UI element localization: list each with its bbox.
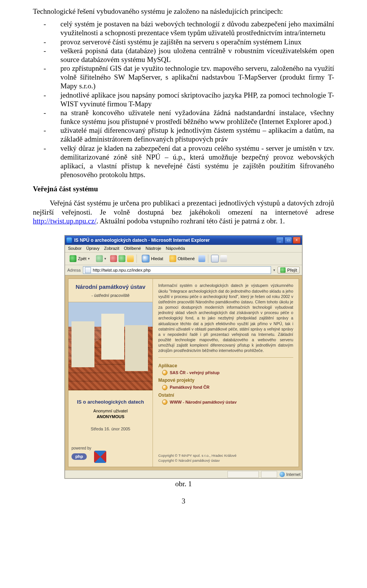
menu-nastroje[interactable]: Nástroje	[146, 246, 161, 251]
go-label: Přejít	[287, 268, 297, 273]
link-pamatkovy-fond-text[interactable]: Památkový fond ČR	[170, 385, 209, 390]
link-www-npu[interactable]: WWW - Národní památkový ústav	[158, 398, 293, 406]
back-icon	[70, 255, 76, 262]
main-panel: Informační systém o archeologických date…	[153, 279, 299, 467]
go-icon	[280, 267, 286, 273]
org-title: Národní památkový ústav	[68, 279, 153, 293]
search-label: Hledat	[151, 256, 163, 261]
status-zone-text: Internet	[286, 472, 300, 477]
chevron-down-icon: ▾	[104, 257, 106, 261]
status-cell	[227, 471, 259, 478]
history-icon[interactable]	[198, 255, 205, 262]
powered-label: powered by	[71, 446, 91, 450]
copyright-line-1: Copyright © T-MAPY spol. s r.o., Hradec …	[158, 453, 293, 458]
sidebar: Národní památkový ústav - ústřední praco…	[68, 279, 153, 467]
divider	[158, 357, 293, 358]
anon-username: ANONYMOUS	[68, 414, 153, 420]
section-mapove-projekty: Mapové projekty	[158, 378, 293, 383]
forward-button[interactable]: ▾	[94, 254, 109, 263]
list-item: pro zpřístupnění GIS dat je využito tech…	[51, 64, 334, 91]
list-item: jednotlivé aplikace jsou napsány pomocí …	[51, 91, 334, 108]
list-item: celý systém je postaven na bázi webových…	[51, 20, 334, 37]
intro-paragraph: Technologické řešení vybudovaného systém…	[33, 7, 334, 16]
info-icon	[162, 399, 167, 405]
powered-by: powered by php	[68, 438, 153, 467]
home-icon[interactable]	[127, 255, 134, 262]
list-item: uživatelé mají diferencovaný přístup k j…	[51, 126, 334, 143]
section-text-post: . Aktuální podoba vstupního rozhraní tét…	[96, 217, 285, 225]
window-titlebar[interactable]: IS NPÚ o archeologických datech - Micros…	[65, 236, 302, 245]
user-info: Anonymní uživatel ANONYMOUS	[68, 408, 153, 420]
link-pamatkovy-fond[interactable]: Památkový fond ČR	[158, 383, 293, 391]
search-button[interactable]: Hledat	[140, 254, 166, 264]
address-label: Adresa	[67, 268, 81, 273]
link-sas-cr[interactable]: SAS ČR - veřejný přístup	[158, 368, 293, 376]
url-text: http://twist.up.npu.cz/index.php	[93, 268, 151, 273]
go-button[interactable]: Přejít	[278, 267, 300, 274]
menu-upravy[interactable]: Úpravy	[86, 246, 99, 251]
url-input[interactable]: http://twist.up.npu.cz/index.php	[83, 266, 271, 274]
star-icon	[169, 255, 176, 262]
menu-zobrazit[interactable]: Zobrazit	[104, 246, 119, 251]
copyright-line-2: Copyright © Národní památkový ústav	[158, 458, 293, 463]
principles-list: celý systém je postaven na bázi webových…	[33, 20, 334, 179]
search-icon	[142, 255, 149, 262]
minimize-button[interactable]: _	[276, 237, 284, 244]
menu-soubor[interactable]: Soubor	[68, 246, 81, 251]
figure-caption: obr. 1	[33, 479, 334, 488]
ie-icon	[67, 238, 72, 243]
list-item: veškerá popisná data (databáze) jsou ulo…	[51, 46, 334, 64]
illustration	[68, 302, 153, 391]
public-url-link[interactable]: http://twist.up.npu.cz/	[33, 217, 96, 225]
chevron-down-icon: ▾	[88, 257, 90, 261]
tmapy-logo-icon	[94, 451, 106, 463]
back-button[interactable]: Zpět ▾	[67, 254, 92, 263]
favorites-button[interactable]: Oblíbené	[167, 254, 197, 263]
section-aplikace: Aplikace	[158, 363, 293, 369]
link-www-npu-text[interactable]: WWW - Národní památkový ústav	[170, 400, 237, 405]
app-title: IS o archeologických datech	[68, 391, 153, 408]
toolbar-separator	[208, 254, 208, 263]
page-number: 3	[33, 497, 334, 505]
status-zone: Internet	[279, 472, 300, 477]
org-subtitle: - ústřední pracoviště	[68, 293, 153, 302]
php-logo: php	[71, 453, 87, 460]
toolbar: Zpět ▾ ▾ Hledat Oblíbené	[65, 252, 302, 265]
description-text: Informační systém o archeologických date…	[158, 283, 293, 353]
status-bar: Internet	[65, 470, 302, 478]
chevron-down-icon[interactable]: ▾	[273, 268, 275, 272]
info-icon	[162, 385, 167, 390]
copyright: Copyright © T-MAPY spol. s r.o., Hradec …	[158, 444, 293, 463]
print-icon[interactable]	[220, 255, 227, 262]
refresh-icon[interactable]	[119, 255, 125, 262]
section-ostatni: Ostatní	[158, 393, 293, 398]
back-label: Zpět	[78, 256, 86, 261]
favorites-label: Oblíbené	[178, 256, 195, 261]
section-heading: Veřejná část systému	[33, 184, 334, 193]
menu-bar: Soubor Úpravy Zobrazit Oblíbené Nástroje…	[65, 245, 302, 252]
mail-icon[interactable]	[211, 255, 219, 262]
section-text-pre: Veřejná část systému je určena pro publi…	[33, 199, 334, 216]
link-sas-cr-text[interactable]: SAS ČR - veřejný přístup	[170, 370, 219, 375]
current-date: Středa 16. únor 2005	[68, 420, 153, 438]
info-icon	[162, 370, 167, 375]
stop-icon[interactable]	[110, 255, 117, 262]
list-item: na straně koncového uživatele není vyžad…	[51, 108, 334, 126]
globe-icon	[279, 472, 285, 477]
address-bar: Adresa http://twist.up.npu.cz/index.php …	[65, 265, 302, 275]
toolbar-separator	[136, 254, 137, 263]
list-item: velký důraz je kladen na zabezpečení dat…	[51, 144, 334, 179]
menu-napoveda[interactable]: Nápověda	[166, 246, 185, 251]
page-icon	[85, 267, 91, 273]
browser-window: IS NPÚ o archeologických datech - Micros…	[65, 235, 302, 479]
page-content: Národní památkový ústav - ústřední praco…	[65, 275, 302, 470]
window-title: IS NPÚ o archeologických datech - Micros…	[74, 238, 276, 243]
list-item: provoz serverové části systému je zajišt…	[51, 37, 334, 46]
section-paragraph: Veřejná část systému je určena pro publi…	[33, 199, 334, 225]
close-button[interactable]: ×	[293, 237, 300, 244]
maximize-button[interactable]: ▭	[284, 237, 292, 244]
forward-icon	[96, 255, 103, 262]
anon-label: Anonymní uživatel	[68, 408, 153, 414]
status-cell	[261, 471, 277, 478]
menu-oblibene[interactable]: Oblíbené	[124, 246, 141, 251]
